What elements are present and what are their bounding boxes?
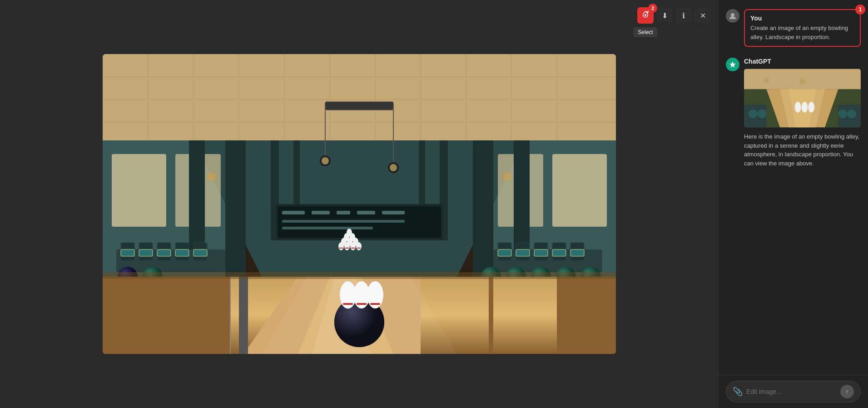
svg-rect-60 — [121, 249, 134, 256]
edit-image-input-wrapper: 📎 ↑ — [726, 381, 861, 403]
chatgpt-avatar — [726, 58, 739, 71]
select-button[interactable]: 2 Select — [637, 7, 654, 24]
svg-point-138 — [795, 102, 801, 113]
sidebar: You Create an image of an empty bowling … — [718, 0, 868, 408]
svg-rect-64 — [193, 249, 207, 256]
svg-point-42 — [322, 157, 329, 164]
svg-rect-66 — [516, 249, 530, 256]
svg-rect-36 — [357, 211, 375, 214]
svg-rect-63 — [175, 249, 189, 256]
svg-rect-33 — [282, 211, 305, 214]
edit-image-input[interactable] — [746, 388, 837, 395]
send-button[interactable]: ↑ — [840, 385, 854, 398]
svg-point-133 — [749, 109, 758, 119]
download-icon: ⬇ — [662, 11, 668, 20]
svg-rect-25 — [473, 140, 493, 277]
user-message-bubble: You Create an image of an empty bowling … — [744, 9, 861, 47]
svg-rect-21 — [552, 154, 607, 227]
svg-point-139 — [802, 102, 808, 113]
close-button[interactable]: ✕ — [694, 7, 711, 24]
svg-rect-35 — [337, 211, 350, 214]
user-message: You Create an image of an empty bowling … — [726, 9, 861, 47]
svg-rect-69 — [570, 249, 584, 256]
svg-point-45 — [390, 164, 397, 171]
svg-point-108 — [347, 229, 352, 237]
svg-rect-37 — [382, 211, 405, 214]
step-badge-1: 1 — [855, 5, 865, 15]
svg-point-141 — [764, 78, 769, 83]
svg-marker-97 — [493, 277, 557, 354]
chat-messages: You Create an image of an empty bowling … — [719, 0, 868, 375]
svg-point-134 — [758, 109, 767, 119]
svg-point-136 — [847, 109, 856, 119]
svg-rect-65 — [498, 249, 511, 256]
step-badge-2: 2 — [648, 4, 657, 13]
svg-rect-15 — [325, 102, 393, 110]
svg-rect-39 — [282, 227, 373, 229]
chatgpt-message: ChatGPT — [726, 58, 861, 168]
chatgpt-message-text: Here is the image of an empty bowling al… — [744, 132, 861, 168]
edit-image-footer: 📎 ↑ — [719, 375, 868, 408]
svg-marker-92 — [239, 277, 248, 354]
svg-rect-38 — [282, 220, 405, 223]
info-icon: ℹ — [682, 11, 685, 20]
user-sender-label: You — [750, 15, 854, 22]
svg-point-135 — [838, 109, 848, 119]
svg-point-123 — [645, 14, 646, 16]
svg-point-47 — [502, 172, 511, 181]
chatgpt-content: ChatGPT — [744, 58, 861, 168]
user-avatar — [726, 9, 739, 23]
svg-rect-24 — [189, 140, 205, 259]
svg-rect-26 — [514, 140, 530, 259]
svg-rect-111 — [351, 248, 355, 249]
svg-rect-112 — [357, 248, 361, 249]
svg-point-142 — [800, 79, 805, 84]
close-icon: ✕ — [700, 11, 706, 20]
svg-rect-34 — [312, 211, 330, 214]
info-button[interactable]: ℹ — [675, 7, 692, 24]
image-viewer: 2 Select ⬇ ℹ ✕ — [0, 0, 718, 408]
attachment-button[interactable]: 📎 — [733, 387, 743, 397]
select-tooltip: Select — [633, 27, 657, 37]
download-button[interactable]: ⬇ — [656, 7, 673, 24]
svg-rect-23 — [225, 140, 246, 277]
svg-rect-19 — [112, 154, 166, 227]
image-toolbar: 2 Select ⬇ ℹ ✕ — [637, 7, 711, 24]
svg-point-140 — [808, 102, 814, 113]
chatgpt-sender-label: ChatGPT — [744, 58, 861, 65]
svg-rect-68 — [552, 249, 566, 256]
svg-rect-67 — [534, 249, 548, 256]
svg-point-124 — [731, 13, 734, 17]
svg-marker-82 — [230, 277, 231, 354]
user-message-text: Create an image of an empty bowling alle… — [750, 24, 854, 41]
bowling-alley-image — [103, 54, 616, 354]
attachment-icon: 📎 — [733, 387, 743, 397]
chatgpt-image-thumbnail[interactable] — [744, 69, 861, 128]
select-icon — [641, 10, 650, 20]
svg-rect-61 — [139, 249, 153, 256]
svg-rect-109 — [339, 248, 343, 249]
svg-rect-62 — [157, 249, 171, 256]
svg-point-46 — [207, 172, 216, 181]
svg-rect-110 — [345, 248, 349, 249]
send-icon: ↑ — [846, 388, 849, 395]
